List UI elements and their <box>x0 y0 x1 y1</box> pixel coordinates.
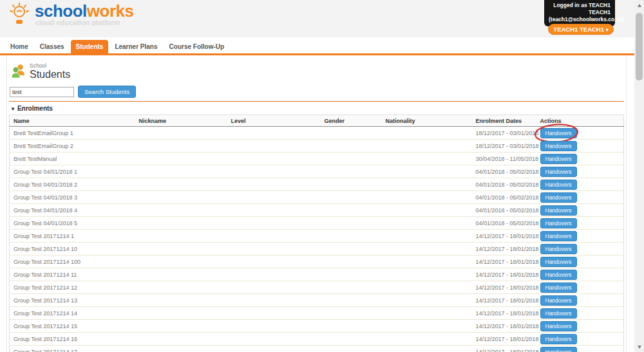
handovers-button[interactable]: Handovers <box>540 154 577 164</box>
actions-cell: Handovers <box>536 153 624 165</box>
handovers-button[interactable]: Handovers <box>540 141 577 151</box>
scroll-up-arrow[interactable] <box>634 0 644 10</box>
tab-students[interactable]: Students <box>71 40 109 53</box>
enrolment-dates-cell: 04/01/2018 - 05/02/2018 <box>472 217 536 230</box>
gender-cell <box>321 140 382 153</box>
level-cell <box>227 333 321 346</box>
scroll-down-arrow[interactable] <box>634 342 644 352</box>
table-row: Group Test 20171214 114/12/2017 - 18/01/… <box>10 230 624 243</box>
student-name-cell: Group Test 20171214 14 <box>10 307 135 320</box>
table-row: Group Test 20171214 1214/12/2017 - 18/01… <box>10 281 624 294</box>
nationality-cell <box>382 127 472 140</box>
table-row: Group Test 04/01/2018 204/01/2018 - 05/0… <box>10 178 624 191</box>
table-row: Brett TestManual30/04/2018 - 11/05/2018H… <box>10 153 624 165</box>
handovers-button[interactable]: Handovers <box>540 205 577 216</box>
tab-classes[interactable]: Classes <box>35 40 70 53</box>
student-name-cell: Group Test 20171214 16 <box>10 333 135 346</box>
enrolment-dates-cell: 14/12/2017 - 18/01/2018 <box>472 243 536 255</box>
table-row: Group Test 20171214 1314/12/2017 - 18/01… <box>10 294 624 307</box>
tab-learner-plans[interactable]: Learner Plans <box>109 40 162 53</box>
actions-cell: Handovers <box>536 294 624 307</box>
level-cell <box>227 178 321 191</box>
nationality-cell <box>382 217 472 230</box>
action-wrap: Handovers <box>540 205 577 216</box>
col-header-level: Level <box>227 115 321 127</box>
enrolment-dates-cell: 14/12/2017 - 18/01/2018 <box>472 255 536 268</box>
table-row: Group Test 20171214 1014/12/2017 - 18/01… <box>10 243 624 255</box>
triangle-up-icon <box>638 4 641 7</box>
level-cell <box>227 165 321 178</box>
enrolments-section-toggle[interactable]: ▼Enrolments <box>9 102 624 115</box>
action-wrap: Handovers <box>540 270 577 280</box>
student-name-cell: Group Test 04/01/2018 1 <box>10 165 135 178</box>
nickname-cell <box>135 333 227 346</box>
actions-cell: Handovers <box>536 268 624 281</box>
gender-cell <box>321 165 382 178</box>
action-wrap: Handovers <box>540 192 577 203</box>
enrolment-dates-cell: 14/12/2017 - 18/01/2018 <box>472 230 536 243</box>
nickname-cell <box>135 127 227 140</box>
action-wrap: Handovers <box>540 321 577 331</box>
nickname-cell <box>135 153 227 165</box>
handovers-button[interactable]: Handovers <box>540 244 577 254</box>
handovers-button[interactable]: Handovers <box>540 180 577 190</box>
scrollbar-thumb[interactable] <box>636 13 643 80</box>
gender-cell <box>321 153 382 165</box>
nationality-cell <box>382 333 472 346</box>
user-menu-button[interactable]: TEACH1 TEACH1 ▾ <box>548 24 614 35</box>
tab-course-follow-up[interactable]: Course Follow-Up <box>164 40 230 53</box>
search-students-button[interactable]: Search Students <box>78 86 136 98</box>
schoolworks-logo[interactable]: schoolworks cloud education platform <box>6 2 133 28</box>
gender-cell <box>321 320 382 333</box>
level-cell <box>227 191 321 204</box>
handovers-button[interactable]: Handovers <box>540 192 577 203</box>
handovers-button[interactable]: Handovers <box>540 231 577 241</box>
handovers-button[interactable]: Handovers <box>540 218 577 228</box>
gender-cell <box>321 204 382 217</box>
actions-cell: Handovers <box>536 307 624 320</box>
table-row: Group Test 20171214 1114/12/2017 - 18/01… <box>10 268 624 281</box>
handovers-button[interactable]: Handovers <box>540 257 577 267</box>
actions-cell: Handovers <box>536 230 624 243</box>
table-row: Group Test 04/01/2018 104/01/2018 - 05/0… <box>10 165 624 178</box>
nationality-cell <box>382 320 472 333</box>
nationality-cell <box>382 191 472 204</box>
action-wrap: Handovers <box>540 295 577 306</box>
handovers-button[interactable]: Handovers <box>540 308 577 319</box>
nickname-cell <box>135 307 227 320</box>
enrolment-dates-cell: 14/12/2017 - 18/01/2018 <box>472 268 536 281</box>
search-input[interactable] <box>10 87 74 97</box>
student-name-cell: Group Test 20171214 10 <box>10 243 135 255</box>
handovers-button[interactable]: Handovers <box>540 283 577 293</box>
handovers-button[interactable]: Handovers <box>540 334 577 344</box>
handovers-button[interactable]: Handovers <box>540 347 577 352</box>
handovers-button[interactable]: Handovers <box>540 128 577 138</box>
level-cell <box>227 217 321 230</box>
col-header-nickname: Nickname <box>135 115 227 127</box>
handovers-button[interactable]: Handovers <box>540 321 577 331</box>
page-title: Students <box>30 69 70 80</box>
col-header-gender: Gender <box>321 115 382 127</box>
enrolment-dates-cell: 14/12/2017 - 18/01/2018 <box>472 320 536 333</box>
level-cell <box>227 153 321 165</box>
enrolment-dates-cell: 04/01/2018 - 05/02/2018 <box>472 178 536 191</box>
nationality-cell <box>382 165 472 178</box>
table-row: Group Test 20171214 1414/12/2017 - 18/01… <box>10 307 624 320</box>
login-line-3: (teach1@schoolworks.co.uk) <box>549 16 611 23</box>
handovers-button[interactable]: Handovers <box>540 270 577 280</box>
tab-home[interactable]: Home <box>5 40 33 53</box>
col-header-nationality: Nationality <box>382 115 472 127</box>
nickname-cell <box>135 320 227 333</box>
handovers-button[interactable]: Handovers <box>540 167 577 177</box>
section-label: School <box>30 62 70 69</box>
gender-cell <box>321 281 382 294</box>
actions-cell: Handovers <box>536 333 624 346</box>
handovers-button[interactable]: Handovers <box>540 295 577 306</box>
vertical-scrollbar[interactable] <box>634 0 644 352</box>
content-panel: School Students Search Students ▼Enrolme… <box>6 55 627 352</box>
triangle-down-icon <box>638 346 641 349</box>
action-wrap: Handovers <box>540 218 577 228</box>
nationality-cell <box>382 268 472 281</box>
actions-cell: Handovers <box>536 346 624 352</box>
gender-cell <box>321 243 382 255</box>
